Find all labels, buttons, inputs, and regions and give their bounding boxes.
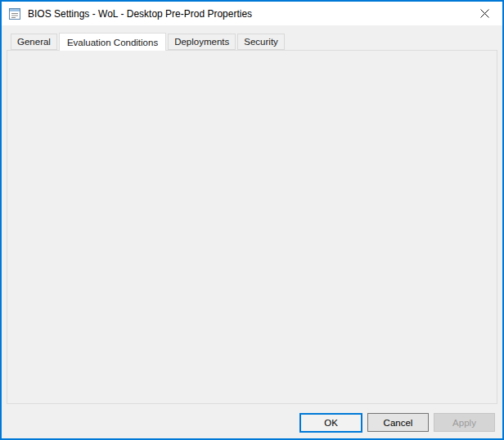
close-button[interactable] [466, 2, 502, 25]
tab-evaluation-conditions[interactable]: Evaluation Conditions [59, 33, 166, 51]
cancel-button[interactable]: Cancel [367, 413, 429, 432]
tab-page [7, 50, 497, 404]
properties-dialog: BIOS Settings - WoL - Desktop Pre-Prod P… [0, 0, 504, 440]
tab-general[interactable]: General [11, 34, 57, 50]
tab-security[interactable]: Security [237, 34, 285, 50]
tab-deployments[interactable]: Deployments [168, 34, 236, 50]
window-title: BIOS Settings - WoL - Desktop Pre-Prod P… [28, 8, 252, 20]
apply-button: Apply [434, 413, 495, 432]
properties-sheet-icon [8, 7, 21, 20]
tab-strip: General Evaluation Conditions Deployment… [11, 31, 286, 51]
close-icon [480, 9, 489, 18]
title-bar: BIOS Settings - WoL - Desktop Pre-Prod P… [2, 2, 502, 25]
ok-button[interactable]: OK [299, 413, 362, 433]
